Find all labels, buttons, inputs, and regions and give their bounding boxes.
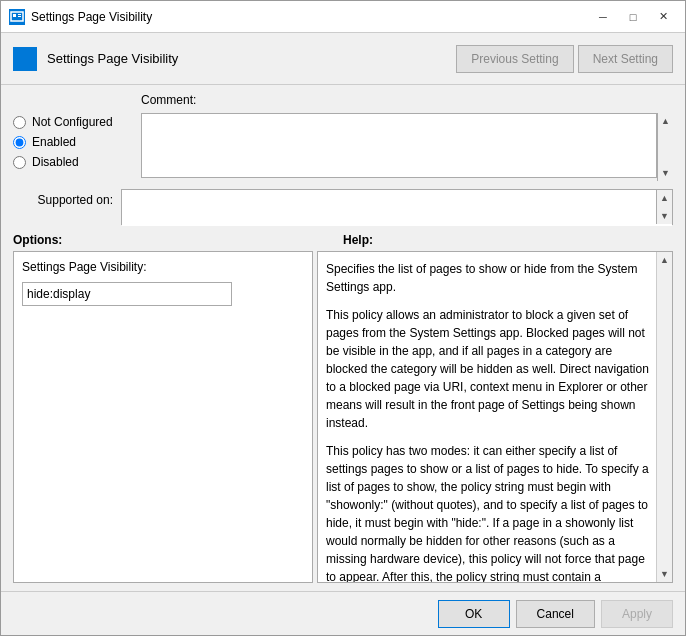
options-help-labels: Options: Help: bbox=[13, 233, 673, 247]
enabled-radio[interactable] bbox=[13, 136, 26, 149]
not-configured-radio[interactable] bbox=[13, 116, 26, 129]
visibility-panel-label: Settings Page Visibility: bbox=[22, 260, 304, 274]
supported-section: Supported on: ▲ ▼ bbox=[13, 189, 673, 225]
help-panel: Specifies the list of pages to show or h… bbox=[318, 252, 672, 582]
help-panel-wrapper: Specifies the list of pages to show or h… bbox=[317, 251, 673, 583]
title-bar-controls: ─ □ ✕ bbox=[589, 7, 677, 27]
help-paragraph-3: This policy has two modes: it can either… bbox=[326, 442, 652, 582]
title-bar: Settings Page Visibility ─ □ ✕ bbox=[1, 1, 685, 33]
comment-scrollbar: ▲ ▼ bbox=[657, 113, 673, 181]
visibility-input[interactable]: hide:display bbox=[22, 282, 232, 306]
help-label: Help: bbox=[343, 233, 673, 247]
comment-label: Comment: bbox=[141, 93, 673, 107]
scroll-up-arrow[interactable]: ▲ bbox=[659, 114, 673, 128]
window-title: Settings Page Visibility bbox=[31, 10, 152, 24]
previous-setting-button[interactable]: Previous Setting bbox=[456, 45, 573, 73]
next-setting-button[interactable]: Next Setting bbox=[578, 45, 673, 73]
cancel-button[interactable]: Cancel bbox=[516, 600, 595, 628]
options-panel: Settings Page Visibility: hide:display bbox=[13, 251, 313, 583]
window-icon bbox=[9, 9, 25, 25]
title-bar-left: Settings Page Visibility bbox=[9, 9, 152, 25]
footer: OK Cancel Apply bbox=[1, 591, 685, 635]
help-scroll-up[interactable]: ▲ bbox=[658, 253, 672, 267]
comment-textarea[interactable] bbox=[141, 113, 657, 178]
disabled-label: Disabled bbox=[32, 155, 79, 169]
enabled-option[interactable]: Enabled bbox=[13, 135, 133, 149]
comment-section: Comment: ▲ ▼ bbox=[141, 93, 673, 181]
header-title: Settings Page Visibility bbox=[47, 51, 446, 66]
enabled-label: Enabled bbox=[32, 135, 76, 149]
minimize-button[interactable]: ─ bbox=[589, 7, 617, 27]
supported-scroll-up[interactable]: ▲ bbox=[658, 191, 672, 205]
top-section: Not Configured Enabled Disabled Comment:… bbox=[13, 93, 673, 181]
help-scrollbar: ▲ ▼ bbox=[656, 252, 672, 582]
help-paragraph-1: Specifies the list of pages to show or h… bbox=[326, 260, 652, 296]
apply-button[interactable]: Apply bbox=[601, 600, 673, 628]
svg-rect-0 bbox=[11, 12, 23, 21]
help-scroll-down[interactable]: ▼ bbox=[658, 567, 672, 581]
settings-icon bbox=[13, 47, 37, 71]
not-configured-option[interactable]: Not Configured bbox=[13, 115, 133, 129]
supported-field: ▲ ▼ bbox=[121, 189, 673, 225]
svg-rect-2 bbox=[18, 14, 21, 15]
svg-rect-3 bbox=[18, 16, 21, 17]
close-button[interactable]: ✕ bbox=[649, 7, 677, 27]
not-configured-label: Not Configured bbox=[32, 115, 113, 129]
supported-label: Supported on: bbox=[13, 189, 113, 207]
radio-group: Not Configured Enabled Disabled bbox=[13, 93, 133, 181]
help-paragraph-2: This policy allows an administrator to b… bbox=[326, 306, 652, 432]
svg-rect-1 bbox=[13, 14, 16, 17]
main-panels: Settings Page Visibility: hide:display S… bbox=[13, 251, 673, 583]
options-label: Options: bbox=[13, 233, 343, 247]
content-area: Not Configured Enabled Disabled Comment:… bbox=[1, 85, 685, 591]
maximize-button[interactable]: □ bbox=[619, 7, 647, 27]
main-window: Settings Page Visibility ─ □ ✕ Settings … bbox=[0, 0, 686, 636]
nav-buttons: Previous Setting Next Setting bbox=[456, 45, 673, 73]
supported-scrollbar: ▲ ▼ bbox=[656, 190, 672, 224]
disabled-option[interactable]: Disabled bbox=[13, 155, 133, 169]
ok-button[interactable]: OK bbox=[438, 600, 510, 628]
supported-scroll-down[interactable]: ▼ bbox=[658, 209, 672, 223]
scroll-down-arrow[interactable]: ▼ bbox=[659, 166, 673, 180]
header-bar: Settings Page Visibility Previous Settin… bbox=[1, 33, 685, 85]
disabled-radio[interactable] bbox=[13, 156, 26, 169]
